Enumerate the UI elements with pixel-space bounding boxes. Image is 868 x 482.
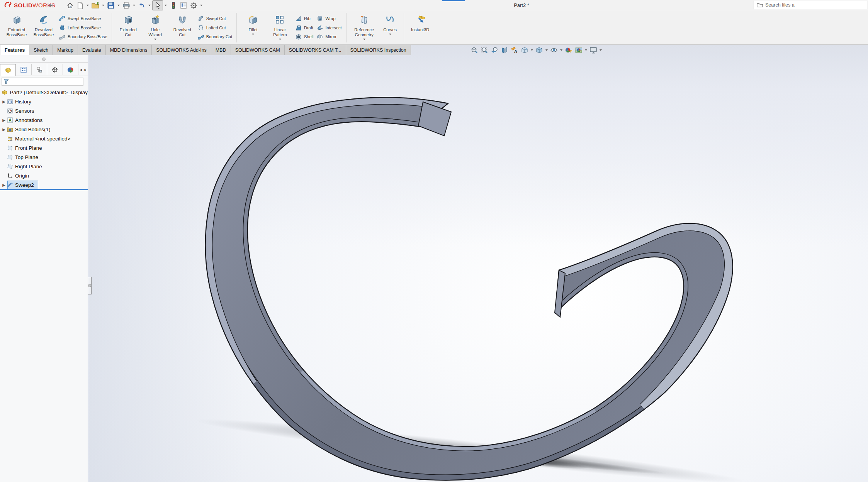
panel-grip[interactable] bbox=[0, 57, 88, 63]
reference-geometry-dropdown[interactable] bbox=[363, 39, 365, 41]
tree-item-material[interactable]: Material <not specified> bbox=[0, 134, 88, 143]
swept-boss-base-button[interactable]: Swept Boss/Base bbox=[59, 14, 107, 23]
search-box[interactable]: Search files a bbox=[754, 1, 868, 9]
zoom-to-fit-button[interactable] bbox=[469, 46, 479, 55]
tree-item-right-plane[interactable]: Right Plane bbox=[0, 162, 88, 171]
tab-markup[interactable]: Markup bbox=[53, 45, 78, 55]
tree-filter-input[interactable] bbox=[2, 78, 83, 86]
save-dropdown[interactable] bbox=[116, 1, 121, 10]
tree-item-top-plane[interactable]: Top Plane bbox=[0, 152, 88, 162]
hole-wizard-dropdown[interactable] bbox=[154, 39, 156, 41]
expander-icon[interactable]: ▶ bbox=[1, 183, 7, 187]
tab-solidworks-add-ins[interactable]: SOLIDWORKS Add-Ins bbox=[152, 45, 211, 55]
curves-dropdown[interactable] bbox=[389, 34, 391, 36]
rebuild-button[interactable] bbox=[168, 1, 178, 10]
zoom-to-area-button[interactable] bbox=[479, 46, 489, 55]
hide-show-items-button[interactable] bbox=[549, 46, 559, 55]
undo-dropdown[interactable] bbox=[147, 1, 152, 10]
displaymanager-tab[interactable] bbox=[63, 64, 78, 75]
tab-solidworks-cam[interactable]: SOLIDWORKS CAM bbox=[231, 45, 285, 55]
propertymanager-tab[interactable] bbox=[16, 64, 31, 75]
display-style-dropdown[interactable] bbox=[544, 48, 549, 52]
open-dropdown[interactable] bbox=[100, 1, 106, 10]
previous-view-button[interactable] bbox=[489, 46, 499, 55]
rollback-bar[interactable] bbox=[0, 189, 88, 190]
undo-button[interactable] bbox=[137, 1, 147, 10]
linear-pattern-button[interactable]: LinearPattern bbox=[267, 12, 294, 43]
boundary-boss-base-button[interactable]: Boundary Boss/Base bbox=[59, 32, 107, 41]
tree-item-origin[interactable]: Origin bbox=[0, 171, 88, 180]
select-button[interactable] bbox=[152, 0, 163, 10]
tree-item-sensors[interactable]: Sensors bbox=[0, 106, 88, 115]
fillet-dropdown[interactable] bbox=[252, 34, 254, 36]
new-document-dropdown[interactable] bbox=[85, 1, 90, 10]
new-document-button[interactable] bbox=[75, 1, 85, 10]
tree-item-sweep2[interactable]: ▶ Sweep2 bbox=[0, 180, 88, 189]
tab-evaluate[interactable]: Evaluate bbox=[78, 45, 106, 55]
extruded-cut-button[interactable]: ExtrudedCut bbox=[115, 12, 142, 43]
display-style-button[interactable] bbox=[534, 46, 544, 55]
options-dropdown[interactable] bbox=[199, 1, 204, 10]
view-orientation-button[interactable] bbox=[520, 46, 530, 55]
apply-scene-dropdown[interactable] bbox=[584, 48, 588, 52]
panel-tab-scroll-right[interactable]: ► bbox=[83, 64, 88, 75]
section-view-button[interactable] bbox=[499, 46, 510, 55]
hole-wizard-button[interactable]: HoleWizard bbox=[142, 12, 169, 43]
featuremanager-design-tree-tab[interactable] bbox=[0, 64, 16, 76]
swept-cut-button[interactable]: Swept Cut bbox=[197, 14, 232, 23]
intersect-button[interactable]: Intersect bbox=[316, 23, 341, 32]
select-dropdown[interactable] bbox=[163, 1, 168, 10]
tree-item-history[interactable]: ▶ History bbox=[0, 97, 88, 106]
print-button[interactable] bbox=[121, 1, 131, 10]
expander-icon[interactable]: ▶ bbox=[1, 127, 7, 132]
view-settings-button[interactable] bbox=[588, 46, 598, 55]
edit-appearance-button[interactable] bbox=[564, 46, 574, 55]
save-button[interactable] bbox=[106, 1, 116, 10]
tree-item-annotations[interactable]: ▶ A Annotations bbox=[0, 115, 88, 125]
expander-icon[interactable]: ▶ bbox=[1, 100, 7, 104]
fillet-button[interactable]: Fillet bbox=[240, 12, 267, 43]
extruded-boss-base-button[interactable]: ExtrudedBoss/Base bbox=[3, 12, 30, 43]
print-dropdown[interactable] bbox=[131, 1, 137, 10]
curves-button[interactable]: Curves bbox=[379, 12, 401, 43]
tab-sketch[interactable]: Sketch bbox=[29, 45, 53, 55]
instant3d-button[interactable]: Instant3D bbox=[407, 12, 434, 43]
wrap-button[interactable]: cd Wrap bbox=[316, 14, 341, 23]
boundary-cut-button[interactable]: Boundary Cut bbox=[197, 32, 232, 41]
revolved-boss-base-button[interactable]: RevolvedBoss/Base bbox=[30, 12, 57, 43]
tab-mbd-dimensions[interactable]: MBD Dimensions bbox=[106, 45, 152, 55]
dimxpertmanager-tab[interactable] bbox=[47, 64, 63, 75]
reference-geometry-button[interactable]: ReferenceGeometry bbox=[349, 12, 379, 43]
open-button[interactable] bbox=[90, 1, 100, 10]
draft-button[interactable]: Draft bbox=[295, 23, 313, 32]
view-settings-dropdown[interactable] bbox=[598, 48, 603, 52]
shell-button[interactable]: Shell bbox=[295, 32, 313, 41]
home-button[interactable] bbox=[65, 1, 75, 10]
revolved-cut-button[interactable]: RevolvedCut bbox=[169, 12, 196, 43]
configurationmanager-tab[interactable] bbox=[32, 64, 47, 75]
view-orientation-dropdown[interactable] bbox=[530, 48, 534, 52]
file-properties-button[interactable] bbox=[178, 1, 189, 10]
part-end-face-top[interactable] bbox=[418, 102, 451, 136]
apply-scene-button[interactable] bbox=[574, 46, 584, 55]
tab-solidworks-cam-tbm[interactable]: SOLIDWORKS CAM T... bbox=[285, 45, 346, 55]
lofted-cut-button[interactable]: Lofted Cut bbox=[197, 23, 232, 32]
tree-item-solid-bodies[interactable]: ▶ Solid Bodies(1) bbox=[0, 125, 88, 134]
lofted-boss-base-button[interactable]: Lofted Boss/Base bbox=[59, 23, 107, 32]
tab-mbd[interactable]: MBD bbox=[211, 45, 231, 55]
menu-flyout-arrow[interactable]: ▶ bbox=[49, 3, 53, 8]
panel-splitter-handle[interactable] bbox=[88, 277, 92, 294]
mirror-button[interactable]: Mirror bbox=[316, 32, 341, 41]
tab-features[interactable]: Features bbox=[0, 45, 29, 55]
rib-button[interactable]: Rib bbox=[295, 14, 313, 23]
linear-pattern-dropdown[interactable] bbox=[279, 39, 281, 41]
options-button[interactable] bbox=[189, 1, 199, 10]
hide-show-items-dropdown[interactable] bbox=[559, 48, 564, 52]
model-canvas[interactable] bbox=[88, 45, 868, 482]
expander-icon[interactable]: ▶ bbox=[1, 118, 7, 122]
panel-tab-scroll-left[interactable]: ◄ bbox=[78, 64, 83, 75]
dynamic-annotation-views-button[interactable]: A bbox=[510, 46, 520, 55]
tree-item-front-plane[interactable]: Front Plane bbox=[0, 143, 88, 152]
graphics-area[interactable] bbox=[88, 45, 868, 482]
tab-solidworks-inspection[interactable]: SOLIDWORKS Inspection bbox=[346, 45, 411, 55]
